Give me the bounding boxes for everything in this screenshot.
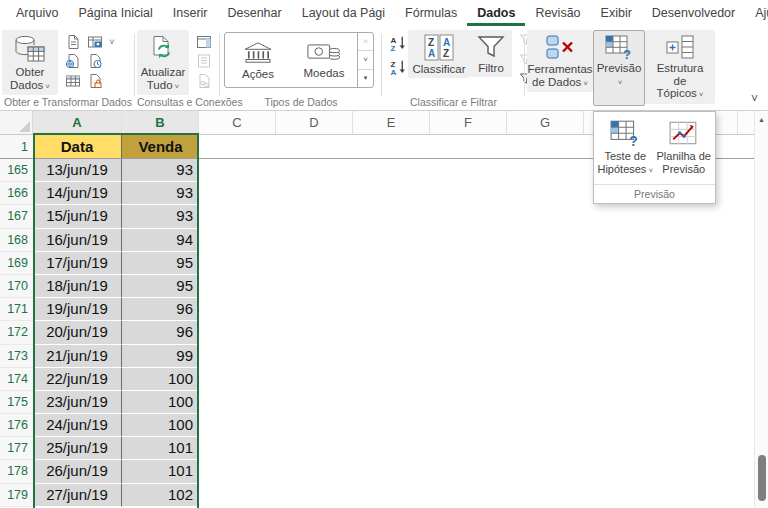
sort-button[interactable]: Z A A Z Classificar <box>408 30 470 78</box>
column-header[interactable] <box>738 111 754 134</box>
filter-button[interactable]: Filtro <box>470 30 512 77</box>
column-header-B[interactable]: B <box>122 111 199 134</box>
column-header-F[interactable]: F <box>430 111 507 134</box>
gallery-up-icon[interactable] <box>358 33 373 50</box>
cell-value[interactable]: 101 <box>122 437 199 460</box>
cell-date[interactable]: 17/jun/19 <box>33 252 122 275</box>
collapse-ribbon-icon[interactable] <box>751 92 758 106</box>
row-header[interactable]: 168 <box>0 229 33 252</box>
currencies-button[interactable]: Moedas <box>291 33 357 87</box>
data-tools-button[interactable]: Ferramentas de Dados <box>527 30 593 92</box>
ribbon-tab-exibir[interactable]: Exibir <box>591 0 642 26</box>
cell-value[interactable]: 102 <box>122 484 199 507</box>
row-header[interactable]: 169 <box>0 252 33 275</box>
column-header-C[interactable]: C <box>199 111 276 134</box>
ribbon-tab-página-inicial[interactable]: Página Inicial <box>68 0 162 26</box>
row-header[interactable]: 176 <box>0 414 33 437</box>
refresh-all-button[interactable]: Atualizar Tudo <box>137 30 189 95</box>
cell-value[interactable]: 100 <box>122 368 199 391</box>
queries-connections-button[interactable] <box>193 32 215 51</box>
empty-cells[interactable] <box>199 391 754 414</box>
edit-links-button[interactable] <box>193 71 215 90</box>
row-header[interactable]: 166 <box>0 182 33 205</box>
ribbon-tab-desenhar[interactable]: Desenhar <box>217 0 291 26</box>
ribbon-tab-inserir[interactable]: Inserir <box>163 0 218 26</box>
row-header[interactable]: 179 <box>0 484 33 507</box>
ribbon-tab-arquivo[interactable]: Arquivo <box>6 0 68 26</box>
column-header-D[interactable]: D <box>276 111 353 134</box>
empty-cells[interactable] <box>199 345 754 368</box>
ribbon-tab-dados[interactable]: Dados <box>467 0 525 26</box>
row-header[interactable]: 178 <box>0 460 33 483</box>
row-header[interactable]: 171 <box>0 298 33 321</box>
row-header[interactable]: 173 <box>0 345 33 368</box>
cell-value[interactable]: 100 <box>122 391 199 414</box>
cell-value[interactable]: 93 <box>122 205 199 228</box>
ribbon-tab-revisão[interactable]: Revisão <box>525 0 590 26</box>
cell-data-header[interactable]: Data <box>33 135 122 159</box>
cell-date[interactable]: 22/jun/19 <box>33 368 122 391</box>
from-web-button[interactable] <box>62 52 84 71</box>
recent-sources-button[interactable] <box>84 52 106 71</box>
column-header-E[interactable]: E <box>353 111 430 134</box>
column-header-G[interactable]: G <box>507 111 584 134</box>
row-header[interactable]: 167 <box>0 205 33 228</box>
cell-value[interactable]: 96 <box>122 298 199 321</box>
cell-value[interactable]: 95 <box>122 275 199 298</box>
empty-cells[interactable] <box>199 437 754 460</box>
cell-venda-header[interactable]: Venda <box>122 135 199 159</box>
cell-value[interactable]: 100 <box>122 414 199 437</box>
forecast-sheet-button[interactable]: Planilha de Previsão <box>655 117 714 179</box>
cell-date[interactable]: 16/jun/19 <box>33 229 122 252</box>
cell-date[interactable]: 19/jun/19 <box>33 298 122 321</box>
gallery-more-icon[interactable] <box>358 69 373 87</box>
empty-cells[interactable] <box>199 275 754 298</box>
empty-cells[interactable] <box>199 484 754 507</box>
cell-date[interactable]: 15/jun/19 <box>33 205 122 228</box>
sort-za-button[interactable]: Z A <box>386 56 408 78</box>
cell-value[interactable]: 101 <box>122 460 199 483</box>
ribbon-tab-layout-da-pági[interactable]: Layout da Pági <box>292 0 395 26</box>
row-header[interactable]: 177 <box>0 437 33 460</box>
empty-cells[interactable] <box>199 414 754 437</box>
cell-date[interactable]: 26/jun/19 <box>33 460 122 483</box>
cell-date[interactable]: 24/jun/19 <box>33 414 122 437</box>
empty-cells[interactable] <box>199 229 754 252</box>
column-header-A[interactable]: A <box>33 111 122 134</box>
from-table-button[interactable] <box>62 71 84 90</box>
empty-cells[interactable] <box>199 460 754 483</box>
cell-date[interactable]: 14/jun/19 <box>33 182 122 205</box>
cell-value[interactable]: 99 <box>122 345 199 368</box>
forecast-button[interactable]: ? Previsão <box>593 30 645 106</box>
scroll-up-icon[interactable] <box>755 111 768 127</box>
row-header[interactable]: 174 <box>0 368 33 391</box>
empty-cells[interactable] <box>199 368 754 391</box>
scrollbar-thumb[interactable] <box>758 455 766 501</box>
cell-date[interactable]: 25/jun/19 <box>33 437 122 460</box>
row-header[interactable]: 170 <box>0 275 33 298</box>
sort-az-button[interactable]: A Z <box>386 32 408 54</box>
empty-cells[interactable] <box>199 252 754 275</box>
row-header[interactable]: 165 <box>0 159 33 182</box>
from-picture-button[interactable] <box>84 32 106 51</box>
get-data-button[interactable]: Obter Dados <box>2 30 58 95</box>
what-if-analysis-button[interactable]: ? Teste de Hipóteses <box>596 117 655 179</box>
ribbon-tab-ajuda[interactable]: Ajuda <box>745 0 768 26</box>
properties-button[interactable] <box>193 52 215 71</box>
chevron-down-icon[interactable] <box>106 32 118 52</box>
from-text-csv-button[interactable] <box>62 32 84 51</box>
empty-cells[interactable] <box>199 298 754 321</box>
cell-value[interactable]: 94 <box>122 229 199 252</box>
row-header[interactable]: 172 <box>0 321 33 344</box>
outline-button[interactable]: Estrutura de Tópicos <box>645 30 715 104</box>
empty-cells[interactable] <box>199 321 754 344</box>
stocks-button[interactable]: Ações <box>225 33 291 87</box>
cell-value[interactable]: 93 <box>122 182 199 205</box>
select-all-button[interactable] <box>0 111 33 135</box>
cell-value[interactable]: 95 <box>122 252 199 275</box>
cell-value[interactable]: 96 <box>122 321 199 344</box>
cell-date[interactable]: 23/jun/19 <box>33 391 122 414</box>
empty-cells[interactable] <box>199 205 754 228</box>
cell-date[interactable]: 21/jun/19 <box>33 345 122 368</box>
gallery-down-icon[interactable] <box>358 50 373 68</box>
